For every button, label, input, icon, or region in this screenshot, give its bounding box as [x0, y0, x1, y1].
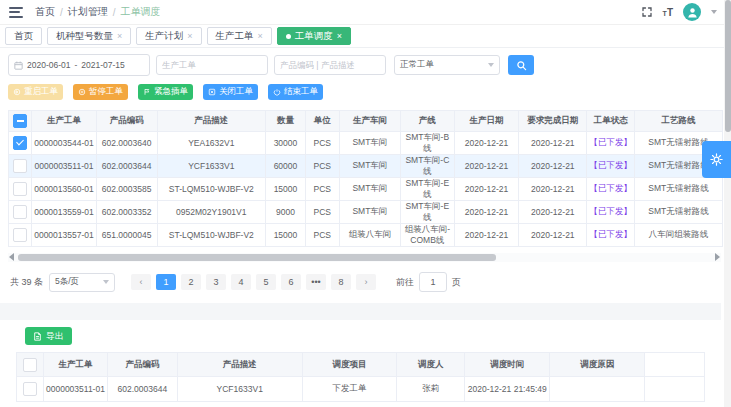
page-button-6[interactable]: 6 [281, 274, 301, 290]
horizontal-scrollbar-thumb[interactable] [18, 254, 496, 261]
page-button-8[interactable]: 8 [331, 274, 351, 290]
fullscreen-icon[interactable] [641, 6, 653, 18]
export-button[interactable]: 导出 [25, 327, 72, 345]
more-pages-button[interactable]: ••• [306, 274, 326, 290]
action-button-label: 关闭工单 [219, 86, 253, 98]
page-size-select[interactable]: 5条/页 [49, 273, 115, 292]
table-cell: 602.0003640 [96, 132, 157, 155]
page-size-value: 5条/页 [55, 276, 79, 288]
breadcrumb-home[interactable]: 首页 [35, 5, 55, 19]
work-order-input[interactable] [156, 55, 268, 75]
column-header: 产品描述 [157, 111, 265, 132]
prev-page-button[interactable]: ‹ [131, 274, 151, 290]
avatar[interactable] [683, 3, 701, 21]
page-button-1[interactable]: 1 [156, 274, 176, 290]
column-header: 数量 [266, 111, 306, 132]
table-cell: 张莉 [397, 377, 465, 402]
table-cell: ST-LQM510-WJBF-V2 [157, 178, 265, 201]
row-checkbox[interactable] [23, 382, 37, 396]
settings-fab[interactable] [702, 141, 731, 178]
top-navbar: 首页 / 计划管理 / 工单调度 TT [0, 0, 731, 25]
tab-机种型号数量[interactable]: 机种型号数量× [47, 27, 131, 45]
table-cell: SMT车间-E线 [401, 201, 455, 224]
next-page-button[interactable]: › [356, 274, 376, 290]
close-square-icon [208, 88, 216, 96]
order-status-select[interactable]: 正常工单 [394, 55, 500, 75]
关闭工单-button[interactable]: 关闭工单 [203, 84, 258, 100]
tab-生产计划[interactable]: 生产计划× [136, 27, 201, 45]
goto-page-suffix: 页 [452, 276, 461, 289]
row-checkbox[interactable] [13, 205, 27, 219]
tab-生产工单[interactable]: 生产工单× [207, 27, 272, 45]
scroll-left-icon[interactable] [9, 253, 14, 261]
row-checkbox[interactable] [13, 136, 27, 150]
breadcrumb-plan-management[interactable]: 计划管理 [68, 5, 108, 19]
action-button-label: 重启工单 [24, 86, 58, 98]
menu-icon[interactable] [9, 7, 23, 18]
scroll-right-icon[interactable] [715, 253, 720, 261]
table-row[interactable]: 0000013559-01602.00033520952M02Y1901V190… [9, 201, 723, 224]
action-button-label: 结束工单 [284, 86, 318, 98]
column-header: 生产日期 [454, 111, 519, 132]
table-cell: SMT车间 [339, 132, 400, 155]
search-button[interactable] [508, 55, 534, 75]
close-icon[interactable]: × [187, 32, 192, 41]
table-row[interactable]: 0000013557-01651.0000045ST-LQM510-WJBF-V… [9, 224, 723, 247]
紧急插单-button[interactable]: 紧急插单 [138, 84, 193, 100]
chevron-down-icon [488, 63, 494, 67]
breadcrumb: 首页 / 计划管理 / 工单调度 [35, 5, 161, 19]
page-button-5[interactable]: 5 [256, 274, 276, 290]
pause-icon [78, 88, 86, 96]
user-menu-caret-icon[interactable] [711, 10, 717, 14]
orders-table: 生产工单产品编码产品描述数量单位生产车间产线生产日期要求完成日期工单状态工艺路线… [8, 110, 723, 247]
table-cell: 0000003511-01 [32, 155, 97, 178]
row-checkbox-cell [9, 224, 32, 247]
table-cell: SMT车间 [339, 178, 400, 201]
date-separator: - [74, 60, 77, 70]
暂停工单-button[interactable]: 暂停工单 [73, 84, 128, 100]
row-checkbox[interactable] [13, 228, 27, 242]
close-icon[interactable]: × [258, 32, 263, 41]
power-icon [273, 88, 281, 96]
column-header: 产品编码 [96, 111, 157, 132]
row-checkbox-cell [9, 178, 32, 201]
table-cell: 0000003511-01 [43, 377, 107, 402]
table-cell: 【已下发】 [587, 132, 635, 155]
vertical-scrollbar-thumb[interactable] [725, 0, 731, 132]
goto-label: 前往 [396, 276, 414, 289]
select-all-checkbox[interactable] [13, 114, 27, 128]
table-cell: 【已下发】 [587, 178, 635, 201]
结束工单-button[interactable]: 结束工单 [268, 84, 323, 100]
goto-page-input[interactable] [419, 272, 447, 292]
table-cell: 2020-12-21 [519, 201, 587, 224]
row-checkbox[interactable] [13, 159, 27, 173]
vertical-scrollbar[interactable] [724, 0, 731, 407]
product-input[interactable] [274, 55, 386, 75]
table-row[interactable]: 0000003544-01602.0003640YEA1632V130000PC… [9, 132, 723, 155]
action-button-label: 紧急插单 [154, 86, 188, 98]
page-button-2[interactable]: 2 [181, 274, 201, 290]
table-row[interactable]: 0000003511-01602.0003644YCF1633V1下发工单张莉2… [17, 377, 705, 402]
table-row[interactable]: 0000013560-01602.0003585ST-LQM510-WJBF-V… [9, 178, 723, 201]
tab-工单调度[interactable]: 工单调度× [277, 27, 351, 45]
close-icon[interactable]: × [117, 32, 122, 41]
horizontal-scrollbar[interactable] [8, 253, 721, 262]
row-checkbox[interactable] [13, 182, 27, 196]
date-range-picker[interactable]: 2020-06-01 - 2021-07-15 [8, 54, 150, 76]
page-button-4[interactable]: 4 [231, 274, 251, 290]
page-button-3[interactable]: 3 [206, 274, 226, 290]
tab-label: 生产工单 [216, 30, 254, 43]
table-row[interactable]: 0000003511-01602.0003644YCF1633V160000PC… [9, 155, 723, 178]
table-cell: 2020-12-21 21:45:49 [465, 377, 550, 402]
tab-首页[interactable]: 首页 [5, 27, 42, 45]
table-cell: 组装八车间 [339, 224, 400, 247]
font-size-icon[interactable]: TT [663, 7, 673, 18]
select-all-checkbox[interactable] [23, 358, 37, 372]
table-cell: 2020-12-21 [454, 178, 519, 201]
重启工单-button[interactable]: 重启工单 [8, 84, 63, 100]
table-cell: 【已下发】 [587, 224, 635, 247]
table-cell: 下发工单 [302, 377, 397, 402]
tab-label: 工单调度 [295, 30, 333, 43]
close-icon[interactable]: × [337, 32, 342, 41]
table-cell: SMT车间-C线 [401, 155, 455, 178]
